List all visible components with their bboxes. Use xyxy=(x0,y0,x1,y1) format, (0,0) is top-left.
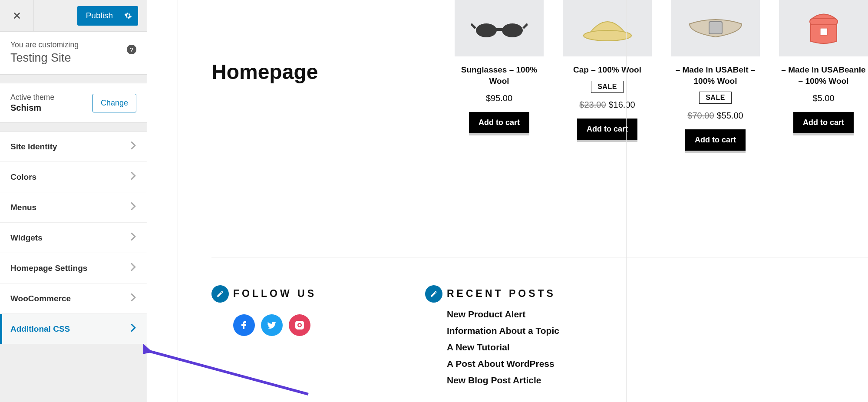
sidebar-item-label: Additional CSS xyxy=(10,324,70,334)
product-price: $5.00 xyxy=(779,93,868,103)
chevron-right-icon xyxy=(130,293,136,304)
chevron-right-icon xyxy=(130,141,136,152)
sidebar-item-label: Widgets xyxy=(10,233,43,243)
product-card: – Made in USABelt – 100% WoolSALE$70.00$… xyxy=(671,0,760,153)
pencil-icon xyxy=(216,290,224,298)
chevron-right-icon xyxy=(130,202,136,213)
sidebar-item-widgets[interactable]: Widgets xyxy=(0,223,147,253)
instagram-link[interactable] xyxy=(289,314,310,336)
chevron-right-icon xyxy=(130,171,136,182)
sidebar-topbar: Publish xyxy=(0,0,147,32)
product-image[interactable] xyxy=(455,0,544,56)
recent-post-link[interactable]: Information About a Topic xyxy=(447,326,559,336)
theme-name: Schism xyxy=(10,103,54,113)
active-theme-row: Active theme Schism Change xyxy=(0,83,147,123)
svg-point-1 xyxy=(502,23,523,37)
sidebar-item-woocommerce[interactable]: WooCommerce xyxy=(0,283,147,314)
product-price: $70.00$55.00 xyxy=(671,111,760,121)
chevron-right-icon xyxy=(130,263,136,273)
product-card: Cap – 100% WoolSALE$23.00$16.00Add to ca… xyxy=(563,0,652,153)
sidebar-item-label: Homepage Settings xyxy=(10,264,87,273)
add-to-cart-button[interactable]: Add to cart xyxy=(469,112,529,135)
product-name[interactable]: – Made in USABeanie – 100% Wool xyxy=(779,64,868,86)
add-to-cart-button[interactable]: Add to cart xyxy=(685,129,746,153)
publish-label: Publish xyxy=(77,11,121,20)
you-are-label: You are customizing xyxy=(10,40,136,49)
product-card: Sunglasses – 100% Wool$95.00Add to cart xyxy=(455,0,544,153)
facebook-icon xyxy=(239,320,249,330)
twitter-icon xyxy=(267,320,277,330)
recent-heading: RECENT POSTS xyxy=(447,288,559,300)
settings-gear-icon[interactable] xyxy=(121,12,138,20)
product-card: – Made in USABeanie – 100% Wool$5.00Add … xyxy=(779,0,868,153)
sidebar-item-homepage-settings[interactable]: Homepage Settings xyxy=(0,253,147,283)
sidebar-item-site-identity[interactable]: Site Identity xyxy=(0,132,147,162)
recent-post-link[interactable]: A New Tutorial xyxy=(447,342,559,353)
sale-badge: SALE xyxy=(699,92,732,104)
svg-rect-2 xyxy=(495,28,504,31)
sidebar-item-label: Colors xyxy=(10,172,36,182)
site-name: Testing Site xyxy=(10,51,136,65)
sidebar-item-label: Site Identity xyxy=(10,142,57,152)
active-theme-label: Active theme xyxy=(10,93,54,102)
recent-post-link[interactable]: New Blog Post Article xyxy=(447,375,559,386)
close-button[interactable] xyxy=(0,0,34,31)
change-theme-button[interactable]: Change xyxy=(92,94,136,112)
recent-post-link[interactable]: A Post About WordPress xyxy=(447,359,559,369)
sidebar-item-additional-css[interactable]: Additional CSS xyxy=(0,314,147,344)
product-name[interactable]: Cap – 100% Wool xyxy=(563,64,652,76)
site-preview: Sunglasses – 100% Wool$95.00Add to cartC… xyxy=(147,0,868,402)
svg-rect-5 xyxy=(810,19,838,25)
add-to-cart-button[interactable]: Add to cart xyxy=(793,112,854,135)
product-price: $23.00$16.00 xyxy=(563,100,652,110)
add-to-cart-button[interactable]: Add to cart xyxy=(577,119,637,142)
product-image[interactable] xyxy=(671,0,760,56)
edit-widget-button[interactable] xyxy=(425,285,442,303)
twitter-link[interactable] xyxy=(261,314,283,336)
sidebar-item-menus[interactable]: Menus xyxy=(0,192,147,223)
svg-point-3 xyxy=(584,30,631,41)
pencil-icon xyxy=(430,290,438,298)
product-grid: Sunglasses – 100% Wool$95.00Add to cartC… xyxy=(455,0,868,153)
customizing-context: You are customizing Testing Site ? xyxy=(0,32,147,75)
recent-post-link[interactable]: New Product Alert xyxy=(447,309,559,320)
follow-us-widget: FOLLOW US xyxy=(233,288,317,392)
close-icon xyxy=(12,11,22,20)
chevron-right-icon xyxy=(130,232,136,243)
product-price: $95.00 xyxy=(455,93,544,103)
recent-posts-widget: RECENT POSTS New Product AlertInformatio… xyxy=(447,288,559,392)
facebook-link[interactable] xyxy=(233,314,255,336)
svg-point-0 xyxy=(476,23,497,37)
customizer-menu: Site IdentityColorsMenusWidgetsHomepage … xyxy=(0,132,147,344)
publish-button[interactable]: Publish xyxy=(77,6,138,26)
product-name[interactable]: Sunglasses – 100% Wool xyxy=(455,64,544,86)
sidebar-item-label: Menus xyxy=(10,203,36,212)
page-title: Homepage xyxy=(211,60,318,84)
svg-rect-6 xyxy=(820,28,827,35)
product-image[interactable] xyxy=(563,0,652,56)
sale-badge: SALE xyxy=(591,81,624,93)
sidebar-item-colors[interactable]: Colors xyxy=(0,162,147,192)
instagram-icon xyxy=(294,320,305,330)
help-icon[interactable]: ? xyxy=(127,45,136,54)
customizer-sidebar: Publish You are customizing Testing Site… xyxy=(0,0,147,402)
svg-rect-4 xyxy=(709,22,722,34)
sidebar-item-label: WooCommerce xyxy=(10,294,71,303)
chevron-right-icon xyxy=(130,323,136,334)
product-name[interactable]: – Made in USABelt – 100% Wool xyxy=(671,64,760,86)
edit-widget-button[interactable] xyxy=(211,285,229,303)
product-image[interactable] xyxy=(779,0,868,56)
follow-heading: FOLLOW US xyxy=(233,288,317,300)
